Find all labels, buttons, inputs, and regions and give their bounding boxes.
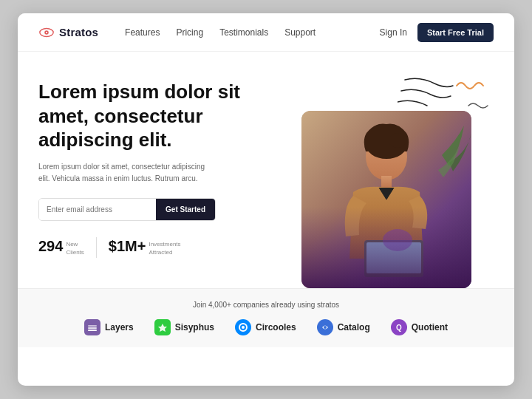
stat-clients: 294 NewClients	[38, 238, 84, 256]
svg-point-16	[242, 326, 245, 329]
sisyphus-icon	[154, 319, 171, 335]
partners-section: Join 4,000+ companies already using stra…	[18, 288, 514, 347]
stat-clients-label: NewClients	[66, 238, 83, 256]
woman-illustration	[301, 111, 471, 288]
svg-rect-13	[88, 327, 97, 329]
partner-catalog-label: Catalog	[338, 322, 370, 332]
start-trial-button[interactable]: Start Free Trial	[417, 23, 494, 42]
svg-point-2	[46, 31, 47, 33]
partner-sisyphus-label: Sisyphus	[175, 322, 214, 332]
logo-icon	[38, 24, 55, 41]
navbar: Stratos Features Pricing Testimonials Su…	[18, 13, 514, 52]
decorative-lines	[398, 72, 457, 117]
browser-window: Stratos Features Pricing Testimonials Su…	[18, 13, 514, 386]
partner-sisyphus[interactable]: Sisyphus	[154, 319, 214, 335]
wave-icon	[467, 100, 489, 111]
svg-rect-14	[88, 330, 97, 331]
squiggle-icon	[455, 78, 485, 93]
partner-quotient-label: Quotient	[412, 322, 448, 332]
logo[interactable]: Stratos	[38, 24, 98, 41]
svg-text:Q: Q	[396, 324, 402, 332]
svg-point-17	[324, 326, 327, 329]
hero-title: Lorem ipsum dolor sit amet, consectetur …	[38, 80, 245, 152]
svg-rect-12	[88, 325, 97, 327]
nav-features[interactable]: Features	[125, 27, 160, 38]
layers-icon	[84, 319, 100, 335]
stat-investments: $1M+ InvestmentsAttracted	[109, 238, 179, 256]
nav-actions: Sign In Start Free Trial	[380, 23, 494, 42]
stat-investments-number: $1M+	[109, 238, 146, 255]
nav-pricing[interactable]: Pricing	[176, 27, 203, 38]
nav-links: Features Pricing Testimonials Support	[125, 27, 380, 38]
brand-name: Stratos	[59, 26, 98, 38]
partner-catalog[interactable]: Catalog	[317, 319, 370, 335]
partner-quotient[interactable]: Q Quotient	[391, 319, 448, 335]
email-input[interactable]	[39, 199, 156, 220]
get-started-button[interactable]: Get Started	[156, 199, 215, 220]
hero-content: Lorem ipsum dolor sit amet, consectetur …	[38, 72, 301, 288]
nav-support[interactable]: Support	[284, 27, 316, 38]
partner-circooles[interactable]: Circooles	[235, 319, 296, 335]
stat-investments-label: InvestmentsAttracted	[149, 238, 178, 256]
partner-circooles-label: Circooles	[256, 322, 296, 332]
hero-section: Lorem ipsum dolor sit amet, consectetur …	[18, 52, 514, 288]
svg-rect-7	[381, 176, 392, 188]
partner-layers-label: Layers	[105, 322, 134, 332]
catalog-icon	[317, 319, 333, 335]
hero-subtitle: Lorem ipsum dolor sit amet, consectetur …	[38, 161, 208, 185]
hero-image-bg	[301, 111, 471, 288]
nav-testimonials[interactable]: Testimonials	[219, 27, 268, 38]
email-form[interactable]: Get Started	[38, 198, 216, 221]
stat-divider	[96, 237, 97, 258]
svg-point-6	[389, 133, 406, 148]
hero-image	[301, 111, 471, 288]
stat-clients-number: 294	[38, 238, 63, 255]
partners-tagline: Join 4,000+ companies already using stra…	[38, 301, 494, 309]
partner-layers[interactable]: Layers	[84, 319, 134, 335]
quotient-icon: Q	[391, 319, 407, 335]
circooles-icon	[235, 319, 251, 335]
svg-rect-11	[301, 207, 471, 288]
sign-in-link[interactable]: Sign In	[380, 27, 407, 38]
hero-image-area	[301, 72, 494, 288]
partners-logos: Layers Sisyphus Circo	[38, 319, 494, 335]
stats-row: 294 NewClients $1M+ InvestmentsAttracted	[38, 237, 287, 258]
